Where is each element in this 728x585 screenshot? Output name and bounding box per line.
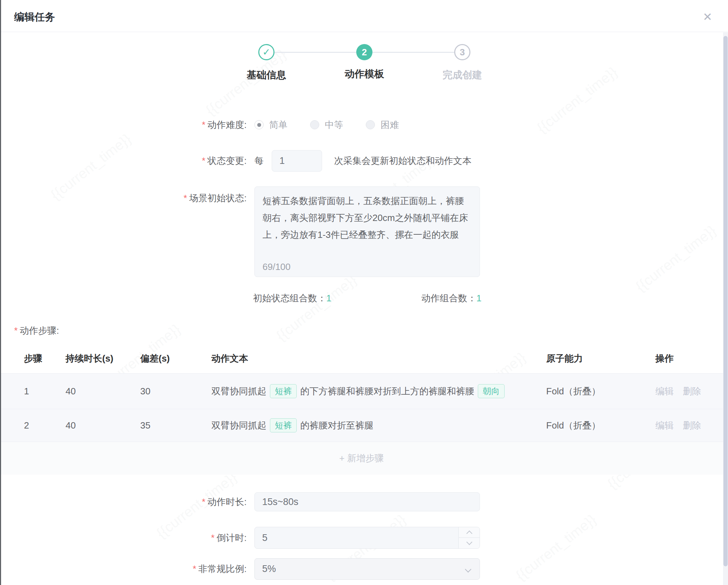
edit-task-dialog: 编辑任务 ✕ {{current_time}}{{current_time}}{… (0, 0, 728, 585)
action-steps-label: *动作步骤: (14, 325, 59, 337)
required-mark: * (202, 119, 205, 130)
difficulty-radio-group: 简单中等困难 (254, 119, 421, 131)
scrollbar[interactable] (723, 32, 728, 585)
form-row-difficulty: *动作难度: 简单中等困难 (0, 117, 723, 133)
form-row-state-change: *状态变更: 每 1 次采集会更新初始状态和动作文本 (0, 150, 723, 172)
state-change-label: *状态变更: (0, 155, 247, 167)
dialog-title: 编辑任务 (14, 10, 55, 24)
radio-label: 困难 (381, 119, 399, 131)
cell-ability: Fold（折叠） (546, 385, 655, 398)
action-combo-value: 1 (476, 293, 481, 303)
table-row: 24035双臂协同抓起短裤的裤腰对折至裤腿Fold（折叠）编辑删除 (0, 409, 723, 442)
dialog-header: 编辑任务 ✕ (0, 0, 728, 32)
action-combo-count: 动作组合数：1 (421, 292, 481, 304)
form-row-countdown: *倒计时: 5 (0, 527, 723, 549)
edit-link[interactable]: 编辑 (655, 385, 674, 398)
radio-circle-icon (254, 120, 264, 129)
required-mark: * (202, 155, 205, 166)
action-text-tag: 短裤 (270, 418, 297, 432)
cell-ability: Fold（折叠） (546, 419, 655, 432)
step-2-label: 动作模板 (345, 67, 384, 81)
cell-action-text: 双臂协同抓起短裤的裤腰对折至裤腿 (211, 418, 546, 432)
step-3-label: 完成创建 (443, 68, 482, 82)
step-2-circle: 2动作模板 (356, 44, 372, 60)
column-header: 步骤 (24, 352, 66, 365)
initial-state-textarea[interactable]: 短裤五条数据背面朝上，五条数据正面朝上，裤腰朝右，离头部视野下方至少20cm之外… (254, 186, 480, 277)
form-row-action-duration: *动作时长: 15s~80s (0, 492, 723, 511)
close-icon[interactable]: ✕ (701, 10, 715, 24)
cell-duration: 40 (66, 420, 140, 431)
step-1-check-icon: ✓基础信息 (258, 44, 274, 60)
radio-circle-icon (366, 120, 375, 129)
action-text-fragment: 的裤腰对折至裤腿 (300, 419, 374, 432)
action-text-tag: 短裤 (270, 384, 297, 398)
scrollbar-thumb[interactable] (723, 36, 728, 566)
state-change-input[interactable]: 1 (272, 150, 322, 172)
column-header: 偏差(s) (140, 352, 211, 365)
required-mark: * (193, 564, 196, 574)
countdown-input[interactable]: 5 (254, 527, 480, 549)
difficulty-radio-中等[interactable]: 中等 (310, 119, 343, 131)
action-steps-label-row: *动作步骤: (0, 325, 723, 336)
step-3-circle: 3完成创建 (454, 44, 470, 60)
initial-state-counter: 69/100 (263, 261, 291, 272)
radio-label: 中等 (325, 119, 343, 131)
countdown-label: *倒计时: (0, 532, 247, 544)
radio-dot (257, 123, 261, 127)
form-row-unusual-ratio: *非常规比例: 5% (0, 558, 723, 580)
cell-deviation: 30 (140, 386, 211, 397)
form-row-initial-state: *场景初始状态: 短裤五条数据背面朝上，五条数据正面朝上，裤腰朝右，离头部视野下… (0, 186, 723, 277)
edit-link[interactable]: 编辑 (655, 419, 674, 432)
column-header: 操作 (655, 352, 723, 365)
page-edge-strip (0, 0, 1, 585)
delete-link[interactable]: 删除 (683, 385, 701, 398)
initial-state-label: *场景初始状态: (0, 186, 247, 204)
step-1-label: 基础信息 (247, 68, 286, 82)
difficulty-radio-简单[interactable]: 简单 (254, 119, 288, 131)
stepper: ✓基础信息2动作模板3完成创建 (258, 44, 470, 60)
radio-label: 简单 (269, 119, 288, 131)
action-text-tag: 朝向 (478, 384, 505, 398)
required-mark: * (14, 325, 18, 336)
action-text-fragment: 双臂协同抓起 (211, 419, 266, 432)
chevron-down-icon (465, 566, 471, 572)
cell-deviation: 35 (140, 420, 211, 431)
state-change-prefix: 每 (254, 155, 264, 167)
action-steps-table: 步骤持续时长(s)偏差(s)动作文本原子能力操作 14030双臂协同抓起短裤的下… (0, 344, 723, 475)
column-header: 原子能力 (546, 352, 655, 365)
action-text-fragment: 双臂协同抓起 (211, 385, 266, 398)
table-body: 14030双臂协同抓起短裤的下方裤腿和裤腰对折到上方的裤腿和裤腰朝向Fold（折… (0, 374, 723, 442)
action-text-fragment: 的下方裤腿和裤腰对折到上方的裤腿和裤腰 (300, 385, 474, 398)
column-header: 持续时长(s) (66, 352, 140, 365)
dialog-body: {{current_time}}{{current_time}}{{curren… (0, 32, 723, 585)
cell-step: 2 (24, 420, 66, 431)
countdown-value: 5 (262, 532, 267, 543)
action-duration-input[interactable]: 15s~80s (254, 492, 480, 511)
cell-step: 1 (24, 386, 66, 397)
state-change-suffix: 次采集会更新初始状态和动作文本 (334, 155, 471, 167)
table-header: 步骤持续时长(s)偏差(s)动作文本原子能力操作 (0, 344, 723, 374)
unusual-ratio-value: 5% (262, 564, 276, 574)
table-row: 14030双臂协同抓起短裤的下方裤腿和裤腰对折到上方的裤腿和裤腰朝向Fold（折… (0, 374, 723, 409)
add-step-button[interactable]: + 新增步骤 (0, 442, 723, 475)
cell-actions: 编辑删除 (655, 385, 723, 398)
chevron-up-icon (466, 530, 472, 536)
cell-duration: 40 (66, 386, 140, 397)
decrement-button[interactable] (459, 538, 480, 548)
step-connector-line (274, 52, 356, 53)
required-mark: * (184, 193, 187, 203)
radio-circle-icon (310, 120, 319, 129)
delete-link[interactable]: 删除 (683, 419, 701, 432)
chevron-down-icon (466, 539, 472, 545)
column-header: 动作文本 (211, 352, 546, 365)
difficulty-radio-困难[interactable]: 困难 (366, 119, 399, 131)
unusual-ratio-label: *非常规比例: (0, 563, 247, 575)
increment-button[interactable] (459, 527, 480, 538)
required-mark: * (202, 497, 205, 507)
required-mark: * (211, 532, 215, 543)
unusual-ratio-select[interactable]: 5% (254, 558, 480, 580)
action-duration-label: *动作时长: (0, 496, 247, 508)
initial-combo-value: 1 (326, 293, 331, 303)
cell-action-text: 双臂协同抓起短裤的下方裤腿和裤腰对折到上方的裤腿和裤腰朝向 (211, 384, 546, 398)
combo-counts-row: 初始状态组合数：1 动作组合数：1 (0, 289, 723, 306)
